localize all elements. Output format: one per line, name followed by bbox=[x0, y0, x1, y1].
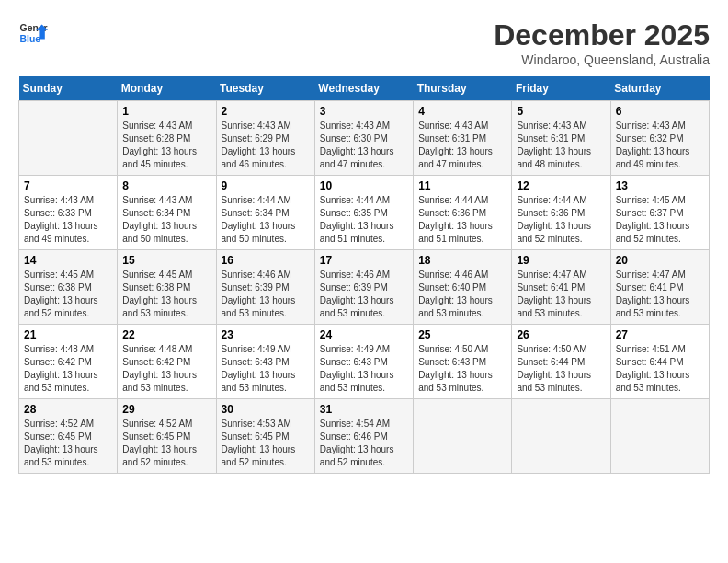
day-cell: 22Sunrise: 4:48 AM Sunset: 6:42 PM Dayli… bbox=[118, 325, 216, 399]
calendar-table: SundayMondayTuesdayWednesdayThursdayFrid… bbox=[18, 76, 710, 474]
day-cell: 5Sunrise: 4:43 AM Sunset: 6:31 PM Daylig… bbox=[512, 101, 610, 176]
day-detail: Sunrise: 4:46 AM Sunset: 6:39 PM Dayligh… bbox=[320, 269, 408, 320]
day-detail: Sunrise: 4:45 AM Sunset: 6:37 PM Dayligh… bbox=[616, 194, 704, 246]
day-detail: Sunrise: 4:46 AM Sunset: 6:40 PM Dayligh… bbox=[418, 269, 506, 320]
header-cell-tuesday: Tuesday bbox=[216, 76, 314, 101]
day-number: 17 bbox=[320, 254, 408, 267]
day-number: 20 bbox=[616, 254, 704, 267]
day-cell: 12Sunrise: 4:44 AM Sunset: 6:36 PM Dayli… bbox=[512, 176, 610, 250]
day-number: 23 bbox=[222, 328, 310, 341]
day-cell bbox=[512, 399, 610, 474]
day-detail: Sunrise: 4:49 AM Sunset: 6:43 PM Dayligh… bbox=[320, 343, 408, 395]
day-cell: 14Sunrise: 4:45 AM Sunset: 6:38 PM Dayli… bbox=[19, 250, 118, 325]
day-cell: 26Sunrise: 4:50 AM Sunset: 6:44 PM Dayli… bbox=[512, 325, 610, 399]
day-detail: Sunrise: 4:44 AM Sunset: 6:35 PM Dayligh… bbox=[320, 194, 408, 246]
day-cell: 19Sunrise: 4:47 AM Sunset: 6:41 PM Dayli… bbox=[512, 250, 610, 325]
header-cell-monday: Monday bbox=[118, 76, 216, 101]
day-cell: 11Sunrise: 4:44 AM Sunset: 6:36 PM Dayli… bbox=[414, 176, 512, 250]
page-header: General Blue December 2025 Windaroo, Que… bbox=[18, 18, 710, 67]
day-detail: Sunrise: 4:50 AM Sunset: 6:43 PM Dayligh… bbox=[418, 343, 506, 395]
day-detail: Sunrise: 4:43 AM Sunset: 6:28 PM Dayligh… bbox=[122, 120, 210, 171]
week-row-4: 21Sunrise: 4:48 AM Sunset: 6:42 PM Dayli… bbox=[19, 325, 710, 399]
header-cell-friday: Friday bbox=[512, 76, 610, 101]
header-cell-saturday: Saturday bbox=[610, 76, 709, 101]
day-cell: 13Sunrise: 4:45 AM Sunset: 6:37 PM Dayli… bbox=[610, 176, 709, 250]
day-detail: Sunrise: 4:52 AM Sunset: 6:45 PM Dayligh… bbox=[24, 418, 112, 469]
day-cell: 10Sunrise: 4:44 AM Sunset: 6:35 PM Dayli… bbox=[314, 176, 413, 250]
day-number: 29 bbox=[122, 403, 210, 416]
day-number: 9 bbox=[222, 179, 310, 192]
day-number: 13 bbox=[616, 179, 704, 192]
day-cell: 25Sunrise: 4:50 AM Sunset: 6:43 PM Dayli… bbox=[414, 325, 512, 399]
day-cell: 23Sunrise: 4:49 AM Sunset: 6:43 PM Dayli… bbox=[216, 325, 314, 399]
day-number: 28 bbox=[24, 403, 112, 416]
day-cell: 16Sunrise: 4:46 AM Sunset: 6:39 PM Dayli… bbox=[216, 250, 314, 325]
day-number: 30 bbox=[222, 403, 310, 416]
day-number: 6 bbox=[616, 105, 704, 118]
day-cell: 15Sunrise: 4:45 AM Sunset: 6:38 PM Dayli… bbox=[118, 250, 216, 325]
day-cell: 18Sunrise: 4:46 AM Sunset: 6:40 PM Dayli… bbox=[414, 250, 512, 325]
svg-text:Blue: Blue bbox=[20, 34, 41, 44]
week-row-1: 1Sunrise: 4:43 AM Sunset: 6:28 PM Daylig… bbox=[19, 101, 710, 176]
day-number: 31 bbox=[320, 403, 408, 416]
logo-icon: General Blue bbox=[18, 18, 48, 48]
day-cell: 9Sunrise: 4:44 AM Sunset: 6:34 PM Daylig… bbox=[216, 176, 314, 250]
day-cell: 24Sunrise: 4:49 AM Sunset: 6:43 PM Dayli… bbox=[314, 325, 413, 399]
day-cell: 6Sunrise: 4:43 AM Sunset: 6:32 PM Daylig… bbox=[610, 101, 709, 176]
day-detail: Sunrise: 4:50 AM Sunset: 6:44 PM Dayligh… bbox=[517, 343, 605, 395]
day-cell: 28Sunrise: 4:52 AM Sunset: 6:45 PM Dayli… bbox=[19, 399, 118, 474]
day-detail: Sunrise: 4:43 AM Sunset: 6:31 PM Dayligh… bbox=[418, 120, 506, 171]
day-number: 27 bbox=[616, 328, 704, 341]
day-detail: Sunrise: 4:44 AM Sunset: 6:34 PM Dayligh… bbox=[222, 194, 310, 246]
week-row-3: 14Sunrise: 4:45 AM Sunset: 6:38 PM Dayli… bbox=[19, 250, 710, 325]
day-cell: 4Sunrise: 4:43 AM Sunset: 6:31 PM Daylig… bbox=[414, 101, 512, 176]
day-number: 7 bbox=[24, 179, 112, 192]
day-detail: Sunrise: 4:47 AM Sunset: 6:41 PM Dayligh… bbox=[616, 269, 704, 320]
header-cell-wednesday: Wednesday bbox=[314, 76, 413, 101]
page-subtitle: Windaroo, Queensland, Australia bbox=[494, 52, 710, 67]
day-detail: Sunrise: 4:48 AM Sunset: 6:42 PM Dayligh… bbox=[122, 343, 210, 395]
day-number: 15 bbox=[122, 254, 210, 267]
day-detail: Sunrise: 4:45 AM Sunset: 6:38 PM Dayligh… bbox=[122, 269, 210, 320]
day-cell: 21Sunrise: 4:48 AM Sunset: 6:42 PM Dayli… bbox=[19, 325, 118, 399]
day-number: 19 bbox=[517, 254, 605, 267]
day-detail: Sunrise: 4:53 AM Sunset: 6:45 PM Dayligh… bbox=[222, 418, 310, 469]
day-number: 5 bbox=[517, 105, 605, 118]
header-cell-thursday: Thursday bbox=[414, 76, 512, 101]
day-number: 16 bbox=[222, 254, 310, 267]
day-cell: 29Sunrise: 4:52 AM Sunset: 6:45 PM Dayli… bbox=[118, 399, 216, 474]
day-detail: Sunrise: 4:46 AM Sunset: 6:39 PM Dayligh… bbox=[222, 269, 310, 320]
day-number: 26 bbox=[517, 328, 605, 341]
day-detail: Sunrise: 4:48 AM Sunset: 6:42 PM Dayligh… bbox=[24, 343, 112, 395]
header-cell-sunday: Sunday bbox=[19, 76, 118, 101]
day-cell bbox=[610, 399, 709, 474]
header-row: SundayMondayTuesdayWednesdayThursdayFrid… bbox=[19, 76, 710, 101]
title-area: December 2025 Windaroo, Queensland, Aust… bbox=[494, 18, 710, 67]
day-number: 14 bbox=[24, 254, 112, 267]
day-detail: Sunrise: 4:44 AM Sunset: 6:36 PM Dayligh… bbox=[517, 194, 605, 246]
day-number: 3 bbox=[320, 105, 408, 118]
day-cell: 31Sunrise: 4:54 AM Sunset: 6:46 PM Dayli… bbox=[314, 399, 413, 474]
page-title: December 2025 bbox=[494, 18, 710, 52]
day-cell: 8Sunrise: 4:43 AM Sunset: 6:34 PM Daylig… bbox=[118, 176, 216, 250]
day-number: 1 bbox=[122, 105, 210, 118]
day-detail: Sunrise: 4:45 AM Sunset: 6:38 PM Dayligh… bbox=[24, 269, 112, 320]
day-cell: 1Sunrise: 4:43 AM Sunset: 6:28 PM Daylig… bbox=[118, 101, 216, 176]
day-number: 2 bbox=[222, 105, 310, 118]
day-detail: Sunrise: 4:43 AM Sunset: 6:29 PM Dayligh… bbox=[222, 120, 310, 171]
day-number: 10 bbox=[320, 179, 408, 192]
day-number: 22 bbox=[122, 328, 210, 341]
day-detail: Sunrise: 4:43 AM Sunset: 6:33 PM Dayligh… bbox=[24, 194, 112, 246]
day-detail: Sunrise: 4:44 AM Sunset: 6:36 PM Dayligh… bbox=[418, 194, 506, 246]
day-detail: Sunrise: 4:47 AM Sunset: 6:41 PM Dayligh… bbox=[517, 269, 605, 320]
day-number: 11 bbox=[418, 179, 506, 192]
day-number: 21 bbox=[24, 328, 112, 341]
day-number: 12 bbox=[517, 179, 605, 192]
day-number: 4 bbox=[418, 105, 506, 118]
day-number: 25 bbox=[418, 328, 506, 341]
day-detail: Sunrise: 4:54 AM Sunset: 6:46 PM Dayligh… bbox=[320, 418, 408, 469]
day-detail: Sunrise: 4:51 AM Sunset: 6:44 PM Dayligh… bbox=[616, 343, 704, 395]
day-cell: 7Sunrise: 4:43 AM Sunset: 6:33 PM Daylig… bbox=[19, 176, 118, 250]
logo: General Blue bbox=[18, 18, 48, 48]
day-number: 18 bbox=[418, 254, 506, 267]
